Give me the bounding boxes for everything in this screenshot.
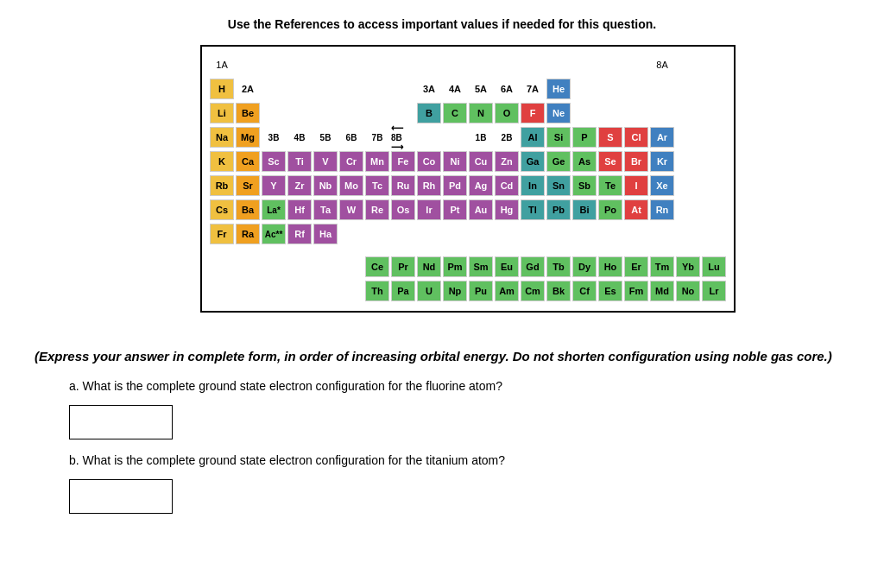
element-Fe: Fe [391, 151, 415, 172]
element-O: O [495, 103, 519, 123]
period-1-row: H 2A 3A 4A 5A 6A 7A He [209, 78, 727, 100]
element-Au: Au [469, 199, 493, 220]
element-Li: Li [210, 103, 234, 123]
element-Pr: Pr [391, 256, 415, 277]
actinide-row: Th Pa U Np Pu Am Cm Bk Cf Es Fm Md No Lr [209, 280, 727, 302]
element-Am: Am [495, 281, 519, 301]
element-Ca: Ca [236, 151, 260, 172]
element-Pa: Pa [391, 281, 415, 301]
element-C: C [443, 103, 467, 123]
period-2-row: Li Be B C N O F Ne [209, 102, 727, 124]
element-F: F [521, 103, 545, 123]
page-header: Use the References to access important v… [35, 17, 849, 31]
element-Mn: Mn [365, 151, 389, 172]
element-Sm: Sm [469, 256, 493, 277]
element-Ge: Ge [546, 151, 571, 172]
element-Ni: Ni [443, 151, 467, 172]
element-Gd: Gd [521, 256, 545, 277]
group-8A: 8A [650, 54, 674, 75]
element-Tc: Tc [365, 175, 389, 196]
element-Cm: Cm [521, 281, 545, 301]
element-As: As [572, 151, 597, 172]
element-Hg: Hg [495, 199, 519, 220]
element-Os: Os [391, 199, 415, 220]
element-Si: Si [546, 127, 571, 148]
element-Er: Er [624, 256, 648, 277]
element-H: H [210, 79, 234, 99]
element-Zn: Zn [495, 151, 519, 172]
element-Mg: Mg [236, 127, 260, 148]
element-W: W [339, 199, 363, 220]
element-Sb: Sb [572, 175, 597, 196]
element-Na: Na [210, 127, 234, 148]
element-K: K [210, 151, 234, 172]
element-P: P [572, 127, 597, 148]
element-Cs: Cs [210, 199, 234, 220]
element-Tb: Tb [546, 256, 571, 277]
group-label-row: 1A 8A [209, 54, 727, 76]
period-5-row: Rb Sr Y Zr Nb Mo Tc Ru Rh Pd Ag Cd In Sn… [209, 174, 727, 197]
period-7-row: Fr Ra Ac** Rf Ha [209, 223, 727, 245]
element-Kr: Kr [650, 151, 674, 172]
period-3-row: Na Mg 3B 4B 5B 6B 7B ⟵ 8B ⟶ 1B 2B Al Si … [209, 126, 727, 149]
element-Pd: Pd [443, 175, 467, 196]
element-Th: Th [365, 281, 389, 301]
periodic-table: 1A 8A H 2A 3A 4A 5A 6A 7A He L [200, 45, 736, 313]
lanthanide-row: Ce Pr Nd Pm Sm Eu Gd Tb Dy Ho Er Tm Yb L… [209, 256, 727, 278]
element-In: In [521, 175, 545, 196]
element-Ru: Ru [391, 175, 415, 196]
element-Ho: Ho [598, 256, 622, 277]
element-Ac: Ac** [262, 224, 286, 244]
element-Sr: Sr [236, 175, 260, 196]
period-4-row: K Ca Sc Ti V Cr Mn Fe Co Ni Cu Zn Ga Ge … [209, 150, 727, 173]
element-Ta: Ta [313, 199, 338, 220]
question-b-text: What is the complete ground state electr… [83, 453, 506, 467]
element-Nd: Nd [417, 256, 441, 277]
element-Br: Br [624, 151, 648, 172]
element-Co: Co [417, 151, 441, 172]
instructions: (Express your answer in complete form, i… [35, 347, 849, 367]
element-Tl: Tl [521, 199, 545, 220]
element-S: S [598, 127, 622, 148]
element-Te: Te [598, 175, 622, 196]
element-U: U [417, 281, 441, 301]
element-He: He [546, 79, 571, 99]
element-Pb: Pb [546, 199, 571, 220]
element-Ga: Ga [521, 151, 545, 172]
question-a: a. What is the complete ground state ele… [69, 379, 849, 393]
element-Cu: Cu [469, 151, 493, 172]
element-Sc: Sc [262, 151, 286, 172]
element-Rn: Rn [650, 199, 674, 220]
element-Cf: Cf [572, 281, 597, 301]
group-1A: 1A [210, 54, 234, 75]
element-Pu: Pu [469, 281, 493, 301]
element-Ha: Ha [313, 224, 338, 244]
element-Pt: Pt [443, 199, 467, 220]
element-Ba: Ba [236, 199, 260, 220]
element-Np: Np [443, 281, 467, 301]
element-Fm: Fm [624, 281, 648, 301]
element-Yb: Yb [676, 256, 700, 277]
answer-b-input[interactable] [69, 479, 173, 514]
question-a-label: a. [69, 379, 79, 393]
element-Fr: Fr [210, 224, 234, 244]
element-At: At [624, 199, 648, 220]
element-Ce: Ce [365, 256, 389, 277]
element-Se: Se [598, 151, 622, 172]
element-Hf: Hf [287, 199, 312, 220]
element-Eu: Eu [495, 256, 519, 277]
answer-a-input[interactable] [69, 405, 173, 439]
element-Ne: Ne [546, 103, 571, 123]
element-Ti: Ti [287, 151, 312, 172]
element-Po: Po [598, 199, 622, 220]
period-6-row: Cs Ba La* Hf Ta W Re Os Ir Pt Au Hg Tl P… [209, 199, 727, 221]
element-Xe: Xe [650, 175, 674, 196]
element-Zr: Zr [287, 175, 312, 196]
element-Ar: Ar [650, 127, 674, 148]
element-Al: Al [521, 127, 545, 148]
question-b-label: b. [69, 453, 79, 467]
element-Lr: Lr [702, 281, 726, 301]
element-Ra: Ra [236, 224, 260, 244]
element-Ag: Ag [469, 175, 493, 196]
element-Cd: Cd [495, 175, 519, 196]
